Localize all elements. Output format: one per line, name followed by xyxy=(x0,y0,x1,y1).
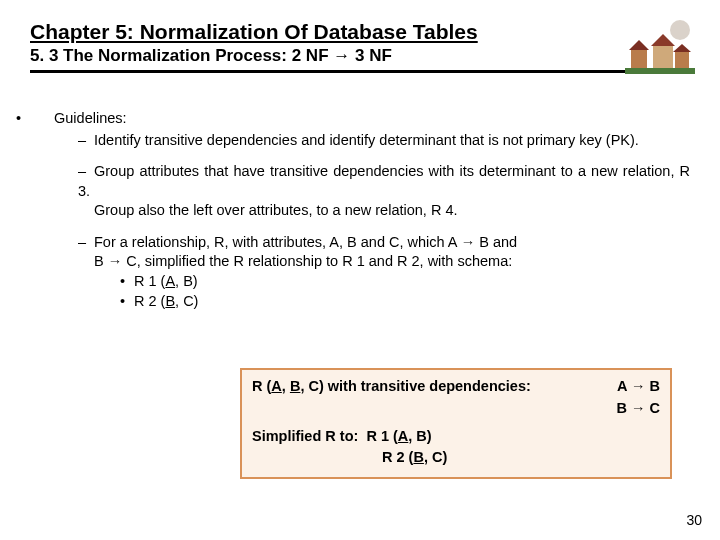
box-s2-pk: B xyxy=(413,449,423,465)
header-rule xyxy=(30,70,690,73)
section-subtitle: 5. 3 The Normalization Process: 2 NF → 3… xyxy=(30,46,690,66)
svg-point-0 xyxy=(670,20,690,40)
page-number: 30 xyxy=(686,512,702,528)
box-r-prefix: R ( xyxy=(252,378,271,394)
svg-rect-1 xyxy=(631,50,647,68)
bullet-level1: • Guidelines: –Identify transitive depen… xyxy=(30,109,690,311)
guideline-3a-text: For a relationship, R, with attributes, … xyxy=(94,234,517,250)
guideline-item-2: –Group attributes that have transitive d… xyxy=(78,162,690,221)
dash-icon: – xyxy=(78,131,94,151)
guidelines-label: Guidelines: xyxy=(54,110,127,126)
box-dep-2: B → C xyxy=(252,398,660,420)
box-s1-pk: A xyxy=(398,428,408,444)
guideline-3b-text: B → C, simplified the R relationship to … xyxy=(94,253,512,269)
highlight-box: R (A, B, C) with transitive dependencies… xyxy=(240,368,672,479)
decorative-houses-icon xyxy=(625,18,695,78)
bullet-dot-icon: • xyxy=(120,292,134,312)
box-attr-b: B xyxy=(290,378,300,394)
box-attr-a: A xyxy=(271,378,281,394)
r1-prefix: R 1 ( xyxy=(134,273,165,289)
box-relation-r: R (A, B, C) with transitive dependencies… xyxy=(252,376,531,398)
box-simplified: Simplified R to: R 1 (A, B) xyxy=(252,426,660,448)
schema-r1: •R 1 (A, B) xyxy=(120,272,690,292)
bullet-dot-icon: • xyxy=(16,109,21,129)
r2-rest: , C) xyxy=(175,293,198,309)
guideline-2b-text: Group also the left over attributes, to … xyxy=(94,202,458,218)
box-s1-rest: , B) xyxy=(408,428,431,444)
dash-icon: – xyxy=(78,233,94,253)
r1-pk: A xyxy=(165,273,175,289)
box-s1-prefix: R 1 ( xyxy=(366,428,397,444)
svg-marker-2 xyxy=(629,40,649,50)
svg-marker-6 xyxy=(673,44,691,52)
bullet-dot-icon: • xyxy=(120,272,134,292)
r1-rest: , B) xyxy=(175,273,198,289)
slide-body: • Guidelines: –Identify transitive depen… xyxy=(0,79,720,311)
dash-spacer xyxy=(78,252,94,272)
dash-spacer xyxy=(78,201,94,221)
svg-rect-7 xyxy=(625,68,695,74)
box-simp-label: Simplified R to: xyxy=(252,428,358,444)
box-row-1: R (A, B, C) with transitive dependencies… xyxy=(252,376,660,398)
box-s2-rest: , C) xyxy=(424,449,447,465)
box-r-tail: , C) with transitive dependencies: xyxy=(300,378,530,394)
box-sep: , xyxy=(282,378,290,394)
schema-r2: •R 2 (B, C) xyxy=(120,292,690,312)
svg-rect-5 xyxy=(675,52,689,68)
dash-icon: – xyxy=(78,162,94,182)
box-simplified-r2: R 2 (B, C) xyxy=(382,447,660,469)
guideline-1-text: Identify transitive dependencies and ide… xyxy=(94,132,639,148)
r2-prefix: R 2 ( xyxy=(134,293,165,309)
box-s2-prefix: R 2 ( xyxy=(382,449,413,465)
r2-pk: B xyxy=(165,293,175,309)
slide-header: Chapter 5: Normalization Of Database Tab… xyxy=(0,0,720,79)
svg-marker-4 xyxy=(651,34,675,46)
guideline-item-1: –Identify transitive dependencies and id… xyxy=(78,131,690,151)
svg-rect-3 xyxy=(653,46,673,68)
chapter-title: Chapter 5: Normalization Of Database Tab… xyxy=(30,20,690,44)
guideline-2a-text: Group attributes that have transitive de… xyxy=(78,163,690,199)
box-dep-1: A → B xyxy=(617,376,660,398)
guideline-item-3: –For a relationship, R, with attributes,… xyxy=(78,233,690,311)
